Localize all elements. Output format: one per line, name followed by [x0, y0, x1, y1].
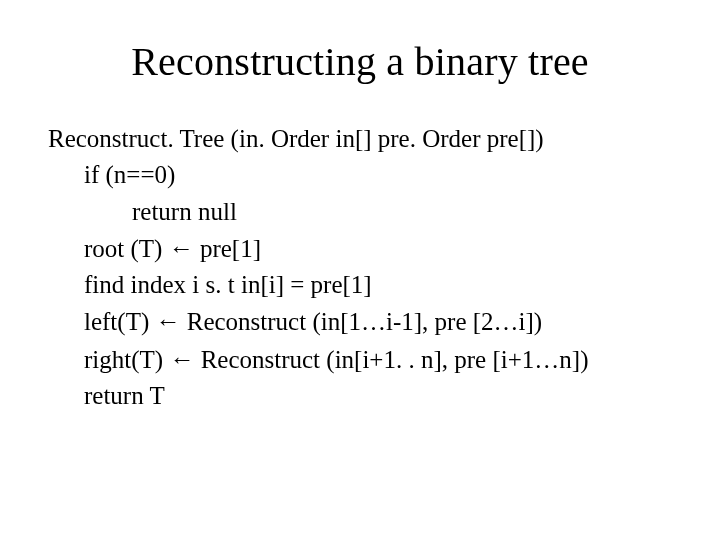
code-line: if (n==0)	[84, 157, 680, 193]
code-fragment: Reconstruct (in[1…i-1], pre [2…i])	[180, 308, 542, 335]
code-line: Reconstruct. Tree (in. Order in[] pre. O…	[48, 121, 680, 157]
code-fragment: right(T)	[84, 346, 169, 373]
code-line: root (T) ← pre[1]	[84, 230, 680, 267]
code-line: find index i s. t in[i] = pre[1]	[84, 267, 680, 303]
code-line: return T	[84, 378, 680, 414]
left-arrow-icon: ←	[169, 234, 194, 262]
left-arrow-icon: ←	[155, 307, 180, 335]
code-fragment: Reconstruct (in[i+1. . n], pre [i+1…n])	[194, 346, 588, 373]
code-line: return null	[132, 194, 680, 230]
code-fragment: pre[1]	[194, 235, 261, 262]
code-line: right(T) ← Reconstruct (in[i+1. . n], pr…	[84, 341, 680, 378]
code-line: left(T) ← Reconstruct (in[1…i-1], pre [2…	[84, 303, 680, 340]
code-fragment: left(T)	[84, 308, 155, 335]
pseudocode-block: Reconstruct. Tree (in. Order in[] pre. O…	[48, 121, 680, 414]
slide: Reconstructing a binary tree Reconstruct…	[0, 0, 720, 540]
code-fragment: root (T)	[84, 235, 169, 262]
slide-title: Reconstructing a binary tree	[40, 38, 680, 85]
left-arrow-icon: ←	[169, 345, 194, 373]
